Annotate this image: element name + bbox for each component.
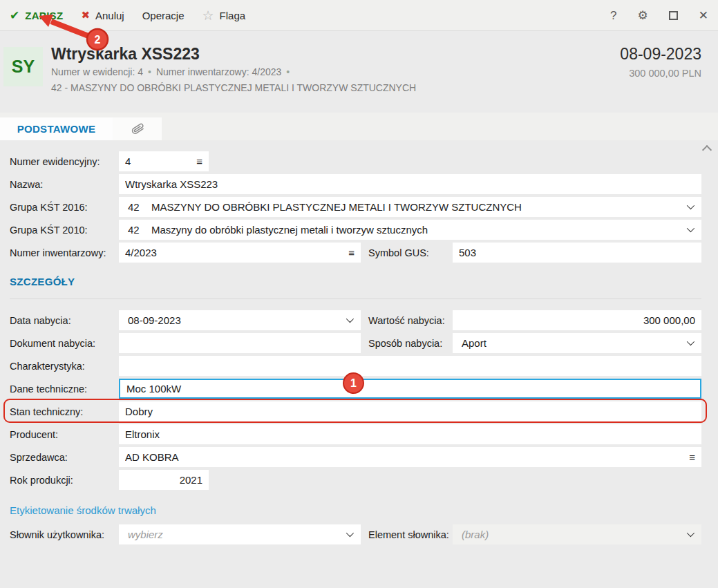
field-label: Sprzedawca:	[10, 452, 119, 463]
kst-name: Maszyny do obróbki plastycznej metali i …	[151, 224, 428, 236]
tab-bar: PODSTAWOWE	[0, 113, 718, 140]
record-meta: Numer w ewidencji: 4•Numer inwentarzowy:…	[51, 65, 620, 79]
operations-label: Operacje	[142, 10, 185, 21]
field-label: Wartość nabycia:	[361, 315, 453, 326]
cancel-button[interactable]: ✖ Anuluj	[81, 9, 124, 21]
field-label: Nazwa:	[10, 179, 119, 190]
star-icon: ☆	[202, 8, 214, 23]
grupa-kst-2010-select[interactable]: 42Maszyny do obróbki plastycznej metali …	[119, 220, 701, 240]
data-nabycia-value: 08-09-2023	[119, 314, 181, 326]
field-label: Symbol GUS:	[361, 247, 453, 258]
section-divider	[10, 298, 701, 299]
chevron-down-icon	[687, 529, 695, 537]
menu-icon[interactable]: ≡	[689, 447, 695, 467]
section-title-szczegoly: SZCZEGÓŁY	[10, 275, 701, 289]
meta-ewidencja: Numer w ewidencji: 4	[51, 66, 143, 77]
page-title: Wtryskarka XSS223	[51, 45, 620, 64]
bullet-separator: •	[286, 66, 290, 77]
record-header: SY Wtryskarka XSS223 Numer w ewidencji: …	[0, 31, 718, 113]
element-slownika-value: (brak)	[453, 529, 489, 540]
dane-techniczne-input[interactable]	[119, 379, 701, 399]
form-content: Numer ewidencyjny: ≡ Nazwa: Grupa KŚT 20…	[0, 140, 718, 544]
cross-icon: ✖	[81, 9, 90, 21]
chevron-down-icon	[346, 529, 354, 537]
charakterystyka-input[interactable]	[119, 356, 701, 376]
grupa-kst-2016-select[interactable]: 42MASZYNY DO OBRÓBKI PLASTYCZNEJ METALI …	[119, 197, 701, 217]
labeling-section-link[interactable]: Etykietowanie środków trwałych	[10, 504, 701, 518]
check-icon: ✔	[10, 8, 19, 23]
field-label: Grupa KŚT 2010:	[10, 225, 119, 236]
sposob-nabycia-select[interactable]: Aport	[453, 333, 701, 353]
symbol-gus-input[interactable]	[453, 243, 701, 263]
menu-icon[interactable]: ≡	[348, 243, 355, 263]
gear-icon[interactable]: ⚙	[638, 10, 648, 21]
help-icon[interactable]: ?	[610, 10, 616, 21]
flag-label: Flaga	[220, 10, 246, 21]
operations-button[interactable]: Operacje	[142, 10, 185, 21]
rok-produkcji-value[interactable]	[119, 470, 209, 490]
sprzedawca-input[interactable]: ≡	[119, 447, 701, 467]
slownik-uzytkownika-select[interactable]: wybierz	[119, 524, 361, 544]
asset-edit-window: ✔ ZAPISZ ✖ Anuluj Operacje ☆ Flaga ? ⚙ ✕…	[0, 0, 718, 588]
chevron-down-icon	[687, 202, 695, 209]
chevron-down-icon	[687, 338, 695, 345]
producent-input[interactable]	[119, 424, 701, 444]
field-label: Producent:	[10, 429, 119, 440]
close-icon[interactable]: ✕	[699, 10, 708, 21]
field-label: Numer inwentarzowy:	[10, 247, 119, 258]
element-slownika-select[interactable]: (brak)	[453, 524, 701, 544]
menu-icon[interactable]: ≡	[196, 151, 202, 171]
charakterystyka-value[interactable]	[119, 356, 701, 376]
field-label: Rok produkcji:	[10, 475, 119, 486]
field-label: Element słownika:	[361, 529, 453, 540]
numer-ewidencyjny-value[interactable]	[119, 151, 209, 171]
field-label: Numer ewidencyjny:	[10, 156, 119, 167]
dokument-nabycia-value[interactable]	[119, 333, 361, 353]
wartosc-nabycia-value[interactable]	[453, 310, 701, 330]
record-amount: 300 000,00 PLN	[620, 68, 701, 79]
slownik-uzytkownika-placeholder: wybierz	[119, 529, 163, 540]
rok-produkcji-input[interactable]	[119, 470, 209, 490]
symbol-gus-value[interactable]	[453, 243, 701, 263]
numer-ewidencyjny-input[interactable]: ≡	[119, 151, 209, 171]
chevron-down-icon	[346, 315, 354, 323]
sposob-nabycia-value: Aport	[453, 337, 486, 349]
stan-techniczny-value[interactable]	[119, 401, 701, 421]
dane-techniczne-value[interactable]	[120, 380, 700, 397]
data-nabycia-select[interactable]: 08-09-2023	[119, 310, 361, 330]
field-label: Słownik użytkownika:	[10, 529, 119, 540]
record-date: 08-09-2023	[620, 45, 701, 64]
scroll-up-icon[interactable]	[703, 144, 710, 151]
window-controls: ? ⚙ ✕	[610, 10, 708, 21]
flag-button[interactable]: ☆ Flaga	[202, 8, 246, 23]
field-label: Grupa KŚT 2016:	[10, 202, 119, 213]
maximize-icon[interactable]	[669, 11, 678, 20]
sprzedawca-value[interactable]	[119, 447, 701, 467]
field-label: Sposób nabycia:	[361, 338, 453, 349]
numer-inwentarzowy-value[interactable]	[119, 243, 361, 263]
numer-inwentarzowy-input[interactable]: ≡	[119, 243, 361, 263]
meta-kst-group: 42 - MASZYNY DO OBRÓBKI PLASTYCZNEJ META…	[51, 81, 620, 95]
record-type-badge: SY	[3, 47, 43, 86]
nazwa-input[interactable]	[119, 174, 701, 194]
nazwa-value[interactable]	[119, 174, 701, 194]
save-button[interactable]: ✔ ZAPISZ	[10, 8, 63, 23]
wartosc-nabycia-input[interactable]	[453, 310, 701, 330]
toolbar: ✔ ZAPISZ ✖ Anuluj Operacje ☆ Flaga ? ⚙ ✕	[0, 0, 718, 31]
chevron-down-icon	[687, 225, 695, 232]
meta-inwentarz: Numer inwentarzowy: 4/2023	[156, 66, 281, 77]
dokument-nabycia-input[interactable]	[119, 333, 361, 353]
bullet-separator: •	[148, 66, 151, 77]
paperclip-icon	[128, 120, 146, 137]
kst-name: MASZYNY DO OBRÓBKI PLASTYCZNEJ METALI I …	[151, 201, 522, 213]
tab-podstawowe[interactable]: PODSTAWOWE	[0, 117, 113, 140]
kst-code: 42	[128, 224, 143, 236]
field-label: Charakterystyka:	[10, 361, 119, 372]
field-label: Dokument nabycia:	[10, 338, 119, 349]
cancel-label: Anuluj	[95, 10, 124, 21]
field-label: Data nabycia:	[10, 315, 119, 326]
tab-attachments[interactable]	[113, 117, 162, 140]
producent-value[interactable]	[119, 424, 701, 444]
stan-techniczny-input[interactable]	[119, 401, 701, 421]
kst-code: 42	[128, 201, 143, 213]
